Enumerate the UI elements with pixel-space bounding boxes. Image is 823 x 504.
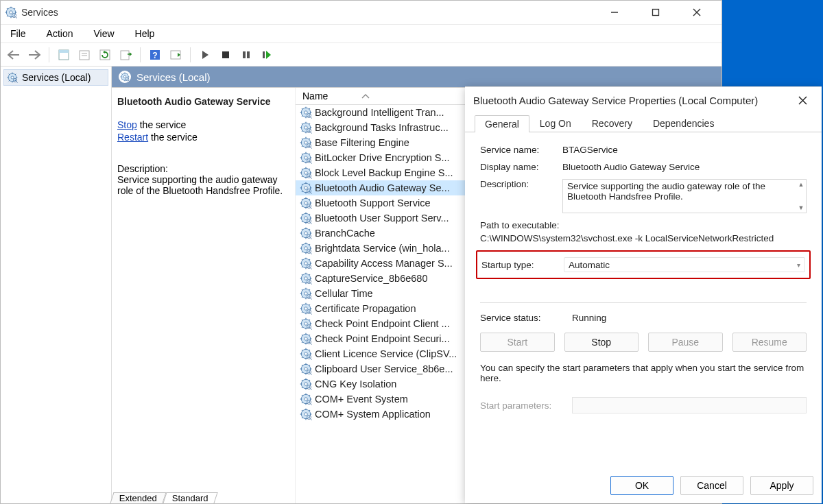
divider bbox=[480, 302, 807, 303]
forward-icon[interactable] bbox=[25, 46, 43, 64]
tree-node-label: Services (Local) bbox=[22, 72, 91, 83]
tab-dependencies[interactable]: Dependencies bbox=[643, 115, 725, 132]
value-service-status: Running bbox=[572, 313, 606, 323]
minimize-button[interactable] bbox=[594, 1, 635, 23]
label-service-name: Service name: bbox=[480, 145, 562, 155]
properties-icon[interactable] bbox=[55, 46, 73, 64]
start-params-input[interactable] bbox=[572, 397, 807, 413]
service-icon bbox=[300, 106, 312, 119]
start-icon[interactable] bbox=[196, 46, 214, 64]
svg-rect-13 bbox=[653, 10, 659, 16]
menu-file[interactable]: File bbox=[6, 27, 30, 40]
menu-help[interactable]: Help bbox=[131, 27, 159, 40]
value-display-name: Bluetooth Audio Gateway Service bbox=[562, 162, 807, 172]
stop-button[interactable]: Stop bbox=[564, 333, 639, 352]
close-icon[interactable] bbox=[791, 89, 813, 111]
cancel-button[interactable]: Cancel bbox=[680, 476, 743, 495]
show-hide-icon[interactable] bbox=[167, 46, 184, 64]
scroll-down-icon[interactable]: ▼ bbox=[796, 203, 806, 213]
svg-rect-17 bbox=[59, 50, 69, 53]
menubar: File Action View Help bbox=[1, 24, 721, 43]
properties-dialog: Bluetooth Audio Gateway Service Properti… bbox=[465, 86, 822, 503]
pause-button[interactable]: Pause bbox=[648, 333, 723, 352]
stop-icon[interactable] bbox=[217, 46, 235, 64]
help-icon[interactable]: ? bbox=[146, 46, 164, 64]
service-name: Brightdata Service (win_hola... bbox=[315, 243, 450, 254]
startup-type-row: Startup type: Automatic ▾ bbox=[476, 250, 811, 279]
service-name: BranchCache bbox=[315, 228, 375, 239]
tab-logon[interactable]: Log On bbox=[529, 115, 582, 132]
service-name: Bluetooth User Support Serv... bbox=[315, 213, 449, 224]
toolbar: ? bbox=[1, 43, 721, 67]
service-icon bbox=[300, 136, 312, 149]
resume-button[interactable]: Resume bbox=[732, 333, 807, 352]
service-icon bbox=[300, 167, 312, 179]
bottom-tabs: Extended Standard bbox=[112, 492, 216, 503]
maximize-button[interactable] bbox=[635, 1, 676, 23]
scroll-up-icon[interactable]: ▲ bbox=[796, 180, 806, 189]
tree-node-services-local[interactable]: Services (Local) bbox=[3, 69, 108, 86]
export-icon[interactable] bbox=[75, 46, 93, 64]
tab-standard[interactable]: Standard bbox=[163, 492, 217, 503]
label-display-name: Display name: bbox=[480, 162, 562, 172]
menu-view[interactable]: View bbox=[89, 27, 118, 40]
svg-rect-27 bbox=[243, 51, 246, 58]
service-icon bbox=[300, 152, 312, 164]
restart-icon[interactable] bbox=[258, 46, 276, 64]
start-button[interactable]: Start bbox=[480, 333, 555, 352]
service-name: Background Intelligent Tran... bbox=[315, 107, 444, 118]
svg-rect-22 bbox=[121, 51, 129, 60]
label-start-params: Start parameters: bbox=[480, 400, 572, 411]
service-icon bbox=[300, 393, 312, 405]
column-name[interactable]: Name bbox=[302, 91, 328, 101]
titlebar: Services bbox=[1, 1, 721, 24]
tab-extended[interactable]: Extended bbox=[110, 492, 166, 503]
service-icon bbox=[300, 121, 312, 134]
svg-rect-26 bbox=[222, 51, 229, 58]
tab-recovery[interactable]: Recovery bbox=[582, 115, 643, 132]
apply-button[interactable]: Apply bbox=[750, 476, 813, 495]
restart-link[interactable]: Restart bbox=[117, 132, 148, 143]
label-path: Path to executable: bbox=[480, 220, 807, 230]
service-icon bbox=[300, 197, 312, 209]
stop-link[interactable]: Stop bbox=[117, 119, 137, 130]
tree-pane: Services (Local) bbox=[1, 67, 112, 503]
description-textarea[interactable]: Service supporting the audio gateway rol… bbox=[562, 179, 807, 213]
back-icon[interactable] bbox=[5, 46, 23, 64]
refresh-icon[interactable] bbox=[96, 46, 114, 64]
service-name: Cellular Time bbox=[315, 288, 373, 299]
label-description: Description: bbox=[480, 179, 562, 213]
svg-rect-29 bbox=[263, 51, 265, 58]
stop-suffix: the service bbox=[137, 119, 187, 130]
tab-general[interactable]: General bbox=[475, 115, 529, 132]
label-service-status: Service status: bbox=[480, 313, 572, 323]
list-title: Services (Local) bbox=[136, 71, 211, 83]
svg-rect-28 bbox=[247, 51, 250, 58]
value-path: C:\WINDOWS\system32\svchost.exe -k Local… bbox=[480, 233, 807, 243]
service-icon bbox=[300, 317, 312, 330]
service-name: CaptureService_8b6e680 bbox=[315, 273, 427, 284]
service-icon bbox=[300, 333, 312, 345]
service-name: Check Point Endpoint Securi... bbox=[315, 333, 450, 344]
detail-title: Bluetooth Audio Gateway Service bbox=[117, 96, 285, 107]
service-icon bbox=[300, 227, 312, 239]
service-icon bbox=[300, 408, 312, 420]
service-icon bbox=[300, 302, 312, 315]
menu-action[interactable]: Action bbox=[43, 27, 77, 40]
sort-asc-icon bbox=[358, 93, 373, 99]
services-icon bbox=[5, 6, 17, 19]
service-name: Bluetooth Support Service bbox=[315, 197, 430, 208]
services-icon bbox=[119, 71, 131, 83]
export-list-icon[interactable] bbox=[117, 46, 134, 64]
pause-icon[interactable] bbox=[237, 46, 255, 64]
detail-panel: Bluetooth Audio Gateway Service Stop the… bbox=[112, 88, 296, 503]
close-button[interactable] bbox=[676, 1, 717, 23]
service-name: COM+ Event System bbox=[315, 394, 408, 405]
service-name: Certificate Propagation bbox=[315, 303, 416, 314]
service-icon bbox=[300, 378, 312, 390]
dialog-tabs: General Log On Recovery Dependencies bbox=[465, 113, 822, 132]
hint-text: You can specify the start parameters tha… bbox=[480, 363, 807, 383]
svg-text:?: ? bbox=[152, 51, 157, 60]
ok-button[interactable]: OK bbox=[610, 476, 673, 495]
startup-type-select[interactable]: Automatic ▾ bbox=[564, 257, 805, 272]
